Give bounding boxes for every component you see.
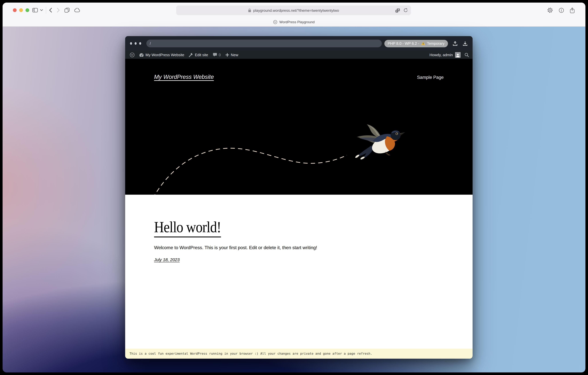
dot xyxy=(130,42,132,45)
share-icon[interactable] xyxy=(570,7,575,13)
address-bar[interactable]: playground.wordpress.net/?theme=twentytw… xyxy=(176,5,411,15)
playground-version-badge[interactable]: PHP 8.0 - WP 6.2 - Temporary xyxy=(384,40,448,47)
site-name-label: My WordPress Website xyxy=(146,53,184,57)
badge-warning-text: Temporary xyxy=(427,41,444,45)
forward-icon[interactable] xyxy=(57,8,60,13)
comment-icon xyxy=(213,53,217,57)
my-account-menu[interactable]: Howdy, admin xyxy=(428,52,462,57)
url-text: playground.wordpress.net/?theme=twentytw… xyxy=(253,8,339,12)
edit-site-label: Edit site xyxy=(195,53,208,57)
reload-icon[interactable] xyxy=(404,8,408,13)
plus-icon xyxy=(225,53,229,57)
site-name-menu[interactable]: My WordPress Website xyxy=(137,51,187,59)
window-controls xyxy=(13,8,29,12)
site-header: My WordPress Website Sample Page xyxy=(125,59,472,195)
post-title-link[interactable]: Hello world! xyxy=(154,218,221,236)
site-title-link[interactable]: My WordPress Website xyxy=(154,74,214,80)
download-icon[interactable] xyxy=(462,41,468,46)
wp-admin-bar: W My WordPress Website Edit site xyxy=(125,51,472,59)
gear-icon[interactable] xyxy=(547,7,553,13)
nav-item-sample-page[interactable]: Sample Page xyxy=(417,75,444,80)
warning-icon xyxy=(421,42,425,45)
search-icon[interactable] xyxy=(464,53,469,57)
back-icon[interactable] xyxy=(49,8,52,13)
dot xyxy=(139,42,141,45)
cloud-icon[interactable] xyxy=(74,8,80,12)
comment-count: 0 xyxy=(219,53,221,57)
notice-text: This is a cool fun experimental WordPres… xyxy=(129,352,372,355)
info-icon[interactable] xyxy=(559,8,564,13)
new-content-menu[interactable]: New xyxy=(223,51,241,59)
sidebar-icon[interactable] xyxy=(32,8,38,12)
playground-window-dots xyxy=(130,42,141,45)
browser-chrome: playground.wordpress.net/?theme=twentytw… xyxy=(3,3,585,27)
sidebar-chevron-down-icon[interactable] xyxy=(40,9,43,11)
wordpress-logo-icon: W xyxy=(273,20,277,24)
wordpress-playground-window: / PHP 8.0 - WP 6.2 - Temporary xyxy=(125,36,472,359)
wordpress-logo-icon: W xyxy=(130,52,135,57)
comments-menu[interactable]: 0 xyxy=(210,51,223,59)
new-label: New xyxy=(231,53,238,57)
avatar xyxy=(455,52,461,57)
playground-notice-bar: This is a cool fun experimental WordPres… xyxy=(125,349,472,359)
tabs-overview-icon[interactable] xyxy=(64,8,70,13)
dashboard-gauge-icon xyxy=(139,53,144,57)
post-date-link[interactable]: July 18, 2023 xyxy=(154,257,179,262)
playground-topbar: / PHP 8.0 - WP 6.2 - Temporary xyxy=(125,36,472,51)
post-content: Hello world! Welcome to WordPress. This … xyxy=(125,195,472,349)
screen: playground.wordpress.net/?theme=twentytw… xyxy=(0,0,588,375)
zoom-button[interactable] xyxy=(25,8,29,12)
minimize-button[interactable] xyxy=(19,8,23,12)
bird-illustration xyxy=(353,123,406,161)
active-tab[interactable]: W WordPress Playground xyxy=(3,18,585,26)
svg-text:W: W xyxy=(131,53,134,56)
desktop-wallpaper: playground.wordpress.net/?theme=twentytw… xyxy=(3,3,585,372)
tools-icon xyxy=(189,53,193,57)
close-button[interactable] xyxy=(13,8,17,12)
translate-icon[interactable] xyxy=(395,8,400,12)
toolbar-divider xyxy=(46,7,46,14)
post-body-text: Welcome to WordPress. This is your first… xyxy=(154,245,444,250)
browser-toolbar: playground.wordpress.net/?theme=twentytw… xyxy=(3,3,585,18)
tab-title: WordPress Playground xyxy=(279,20,315,24)
upload-icon[interactable] xyxy=(452,41,458,46)
howdy-label: Howdy, admin xyxy=(430,53,453,57)
playground-path: / xyxy=(150,41,151,45)
dot xyxy=(135,42,136,45)
wp-logo-menu[interactable]: W xyxy=(127,51,137,59)
badge-text: PHP 8.0 - WP 6.2 - xyxy=(388,41,419,45)
lock-icon xyxy=(248,8,251,12)
playground-address-input[interactable]: / xyxy=(146,40,382,47)
svg-text:W: W xyxy=(274,21,277,23)
edit-site-menu[interactable]: Edit site xyxy=(187,51,210,59)
